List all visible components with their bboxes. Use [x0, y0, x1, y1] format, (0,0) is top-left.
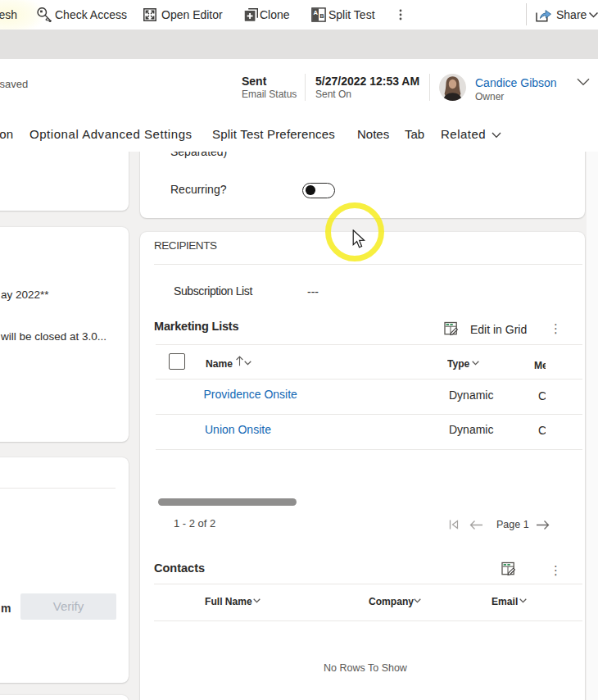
svg-text:A: A: [313, 9, 318, 16]
svg-text:B: B: [319, 12, 324, 20]
